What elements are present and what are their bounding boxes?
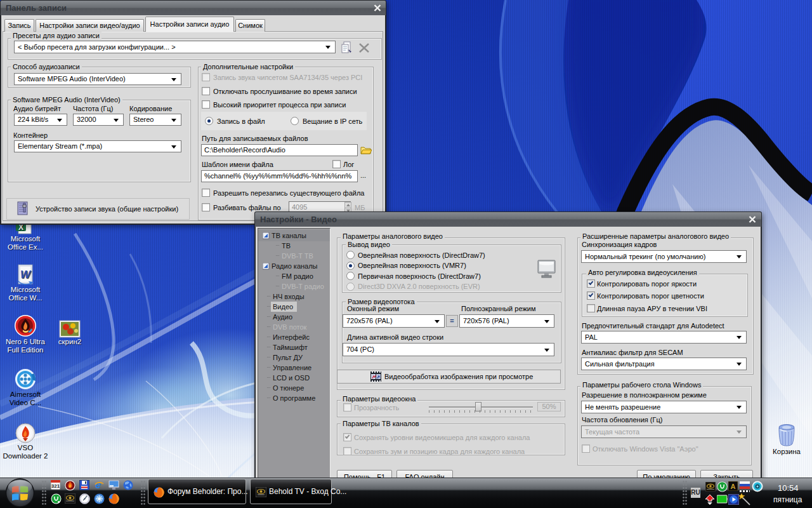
svg-text:e: e	[95, 479, 101, 490]
svg-text:A: A	[731, 483, 736, 490]
svg-text:321: 321	[51, 483, 60, 489]
svg-text:W: W	[20, 269, 32, 281]
